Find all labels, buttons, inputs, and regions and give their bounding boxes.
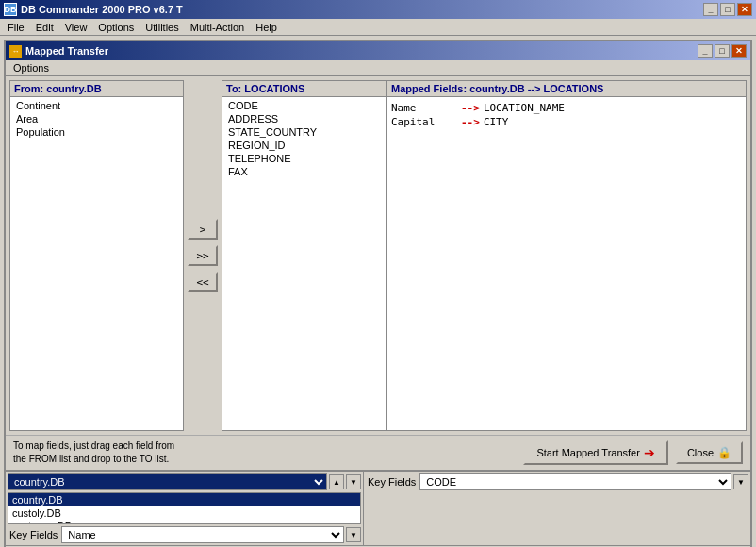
to-field-code[interactable]: CODE — [224, 99, 384, 112]
to-field-region-id[interactable]: REGION_ID — [224, 139, 384, 152]
close-icon: 🔒 — [717, 446, 731, 459]
start-arrow-icon: ➔ — [644, 445, 655, 460]
db-item-country[interactable]: country.DB — [8, 493, 360, 506]
mapped-transfer-dialog: ↔ Mapped Transfer _ □ ✕ Options From: co… — [4, 40, 752, 547]
title-bar-buttons: _ □ ✕ — [703, 3, 752, 16]
db-scroll-up[interactable]: ▲ — [329, 474, 344, 489]
transfer-buttons: > >> << — [184, 80, 222, 431]
menu-edit[interactable]: Edit — [30, 21, 59, 34]
to-field-fax[interactable]: FAX — [224, 165, 384, 178]
dialog-title-bar: ↔ Mapped Transfer _ □ ✕ — [6, 41, 750, 60]
to-field-list[interactable]: CODE ADDRESS STATE_COUNTRY REGION_ID TEL… — [222, 97, 386, 430]
to-field-address[interactable]: ADDRESS — [224, 112, 384, 125]
key-field-left-selector[interactable]: Name — [61, 526, 344, 543]
key-field-left-dropdown[interactable]: ▼ — [346, 527, 361, 542]
to-field-state-country[interactable]: STATE_COUNTRY — [224, 125, 384, 139]
db-selector[interactable]: country.DB custoly.DB customer.DB employ… — [8, 473, 327, 490]
to-field-telephone[interactable]: TELEPHONE — [224, 152, 384, 165]
maximize-button[interactable]: □ — [720, 3, 735, 16]
dialog-maximize-button[interactable]: □ — [715, 44, 730, 58]
double-right-button[interactable]: >> — [188, 245, 218, 266]
start-transfer-button[interactable]: Start Mapped Transfer ➔ — [523, 440, 667, 465]
menu-view[interactable]: View — [59, 21, 93, 34]
db-item-customer[interactable]: customer.DB — [8, 520, 360, 524]
dialog-title-text: Mapped Transfer — [25, 45, 108, 57]
mapped-content: Name --> LOCATION_NAME Capital --> CITY — [387, 97, 746, 133]
mapped-panel-header: Mapped Fields: country.DB --> LOCATIONS — [387, 81, 746, 97]
dialog-icon: ↔ — [9, 45, 22, 58]
from-panel: From: country.DB Continent Area Populati… — [9, 80, 184, 431]
options-tab[interactable]: Options — [6, 60, 750, 76]
mapped-row-1: Capital --> CITY — [391, 115, 742, 129]
key-field-right-dropdown[interactable]: ▼ — [733, 474, 748, 489]
to-panel-header: To: LOCATIONS — [222, 81, 386, 97]
key-fields-right-label: Key Fields — [366, 475, 418, 489]
dialog-minimize-button[interactable]: _ — [698, 44, 713, 58]
mapped-to-1: CITY — [484, 116, 509, 128]
single-right-button[interactable]: > — [188, 219, 218, 240]
key-fields-left-row: Key Fields Name ▼ — [8, 526, 361, 543]
menu-utilities[interactable]: Utilities — [140, 21, 184, 34]
instruction-text: To map fields, just drag each field from… — [13, 439, 516, 466]
from-field-population[interactable]: Population — [12, 125, 181, 139]
to-panel: To: LOCATIONS CODE ADDRESS STATE_COUNTRY… — [222, 80, 386, 431]
double-left-button[interactable]: << — [188, 272, 218, 292]
db-dropdown-row: country.DB custoly.DB customer.DB employ… — [8, 473, 361, 490]
close-dialog-button[interactable]: Close 🔒 — [676, 441, 743, 464]
mapped-arrow-0: --> — [461, 102, 480, 114]
mapped-from-1: Capital — [391, 116, 457, 128]
key-fields-left-label: Key Fields — [8, 528, 59, 541]
bottom-left: country.DB custoly.DB customer.DB employ… — [6, 472, 364, 545]
app-icon: DB — [4, 3, 17, 16]
db-list[interactable]: country.DB custoly.DB customer.DB employ… — [8, 492, 361, 524]
mapped-row-0: Name --> LOCATION_NAME — [391, 101, 742, 115]
menu-multi-action[interactable]: Multi-Action — [185, 21, 250, 34]
menu-file[interactable]: File — [2, 21, 30, 34]
dialog-close-button[interactable]: ✕ — [731, 44, 747, 58]
menu-help[interactable]: Help — [250, 21, 283, 34]
from-panel-header: From: country.DB — [10, 81, 183, 97]
panels-area: From: country.DB Continent Area Populati… — [6, 76, 750, 435]
menu-options[interactable]: Options — [92, 21, 140, 34]
bottom-section: country.DB custoly.DB customer.DB employ… — [6, 470, 750, 545]
action-bar: To map fields, just drag each field from… — [6, 435, 750, 470]
bottom-right: Key Fields CODE ▼ — [364, 472, 750, 545]
dialog-title-buttons: _ □ ✕ — [698, 44, 747, 58]
main-content: ↔ Mapped Transfer _ □ ✕ Options From: co… — [0, 36, 756, 547]
db-item-custoly[interactable]: custoly.DB — [8, 506, 360, 520]
close-app-button[interactable]: ✕ — [737, 3, 752, 16]
from-field-list[interactable]: Continent Area Population — [10, 97, 183, 430]
mapped-arrow-1: --> — [461, 116, 480, 128]
from-field-continent[interactable]: Continent — [12, 99, 181, 112]
key-field-right-selector[interactable]: CODE — [419, 473, 731, 490]
mapped-panel: Mapped Fields: country.DB --> LOCATIONS … — [386, 80, 747, 431]
minimize-button[interactable]: _ — [703, 3, 718, 16]
mapped-to-0: LOCATION_NAME — [484, 102, 565, 114]
mapped-from-0: Name — [391, 102, 457, 114]
title-bar: DB DB Commander 2000 PRO v6.7 T _ □ ✕ — [0, 0, 756, 19]
menu-bar: File Edit View Options Utilities Multi-A… — [0, 19, 756, 36]
from-field-area[interactable]: Area — [12, 112, 181, 125]
db-scroll-down[interactable]: ▼ — [346, 474, 361, 489]
app-title: DB Commander 2000 PRO v6.7 T — [21, 4, 183, 15]
key-fields-right-row: Key Fields CODE ▼ — [366, 473, 748, 490]
